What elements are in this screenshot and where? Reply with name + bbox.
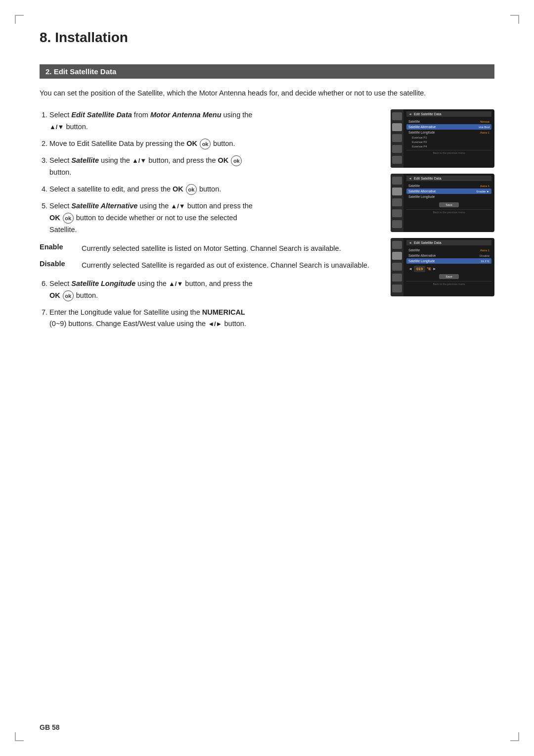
screen3-item-satellite: Satellite Astra 1 [406,247,491,253]
screen1-item-longitude: Satellite Longitude Astra 1 [406,130,491,135]
screen3-title: ◄ Edit Satellite Data [406,240,491,245]
screenshot-2: ◄ Edit Satellite Data Satellite Astra 1 … [391,174,494,232]
corner-tl [15,15,24,24]
intro-text: You can set the position of the Satellit… [40,88,494,98]
step6-arrows: ▲/▼ [169,280,183,287]
screen1-sub3: Eutelsat P4 [410,144,491,148]
step3-ok-icon: ok [231,155,242,166]
screen2-item-satellite: Satellite Astra 1 [406,183,491,189]
corner-bl [15,732,24,741]
step5-arrows: ▲/▼ [171,202,185,210]
back-arrow-icon: ◄ [408,112,412,116]
step3-ok: OK [218,156,229,164]
screen1-item-satellite: Satellite Nimsat [406,119,491,124]
content-area: Select Edit Satellite Data from Motor An… [40,109,494,335]
icon4 [392,274,402,282]
screen3-icons [391,238,403,296]
icon4 [392,145,402,153]
icon4 [392,209,402,217]
step6-ok: OK [49,291,60,299]
screen1-alt-label: Satellite Alternative [408,125,436,129]
icon2 [392,252,402,260]
corner-br [510,732,519,741]
screen3-sat-value: Astra 1 [480,249,490,252]
screenshots-col: ◄ Edit Satellite Data Satellite Nimsat S… [391,109,494,296]
screen1-sub1: Eutelsat P1 [410,135,491,140]
screen3-item-alternative: Satellite Alternative Disable [406,253,491,258]
icon5 [392,220,402,228]
screen3-item-longitude: Satellite Longitude 19.2°E [406,258,491,264]
screen1-sat-label: Satellite [408,120,420,123]
instructions-col: Select Edit Satellite Data from Motor An… [40,109,376,335]
icon1 [392,112,402,120]
step1-arrows: ▲/▼ [49,123,64,131]
page-title: 8. Installation [40,30,494,49]
screen1-sublist: Eutelsat P1 Eutelsat P2 Eutelsat P4 [410,135,491,148]
icon3 [392,134,402,142]
icon2 [392,188,402,195]
screen3-title-text: Edit Satellite Data [414,241,442,244]
screen3-alt-value: Disable [480,254,490,257]
screen1-lng-value: Astra 1 [480,131,490,134]
step3-term: Satellite [71,156,99,164]
screen3-footer: Back to the previous menu [406,281,491,285]
screen2-item-alternative: Satellite Alternative Enable ► [406,189,491,194]
step6-term: Satellite Longitude [71,280,135,287]
term-row-enable: Enable Currently selected satellite is l… [40,243,376,254]
icon5 [392,156,402,164]
screen2-sat-value: Astra 1 [480,185,490,188]
term-disable-desc: Currently selected Satellite is regarded… [82,260,376,271]
screen3-lng-val: 019 [414,266,425,272]
icon5 [392,284,402,292]
page-wrapper: 8. Installation 2. Edit Satellite Data Y… [0,0,534,756]
screenshot-3: ◄ Edit Satellite Data Satellite Astra 1 … [391,238,494,296]
back-arrow2-icon: ◄ [408,177,412,180]
step-5: Select Satellite Alternative using the ▲… [49,200,376,236]
back-arrow3-icon: ◄ [408,241,412,244]
step6-ok-icon: ok [63,290,74,301]
screen3-sat-label: Satellite [408,248,420,252]
step3-arrows: ▲/▼ [132,157,146,164]
screen3-save-btn: Save [439,274,459,279]
screen2-save-btn: Save [439,202,459,207]
term-enable-label: Enable [40,243,72,251]
screen2-title-text: Edit Satellite Data [414,177,442,180]
screen2-icons [391,174,403,232]
step4-ok: OK [173,185,183,193]
screen1-title: ◄ Edit Satellite Data [406,111,491,117]
screen2-alt-label: Satellite Alternative [408,189,436,193]
screen1-content: ◄ Edit Satellite Data Satellite Nimsat S… [403,109,494,168]
screen3-lng-unit: °E [427,267,431,271]
step5-term: Satellite Alternative [71,202,137,210]
term-disable-label: Disable [40,260,72,268]
step-7: Enter the Longitude value for Satellite … [49,307,376,331]
screen3-longitude-row: ◄ 019 °E ► [408,266,490,272]
subsection-header: 2. Edit Satellite Data [40,64,494,79]
screenshot-1: ◄ Edit Satellite Data Satellite Nimsat S… [391,109,494,168]
screen1-lng-label: Satellite Longitude [408,131,435,134]
screen3-lng-value: 19.2°E [481,260,490,263]
term-enable-desc: Currently selected satellite is listed o… [82,243,376,254]
icon1 [392,177,402,185]
screen2-item-longitude: Satellite Longitude [406,194,491,199]
screen2-sat-label: Satellite [408,184,420,188]
step2-ok-icon: ok [200,139,211,149]
screen2-title: ◄ Edit Satellite Data [406,176,491,181]
step-2: Move to Edit Satellite Data by pressing … [49,138,376,150]
steps-list: Select Edit Satellite Data from Motor An… [40,109,376,236]
screen2-alt-value: Enable ► [477,190,490,193]
screen1-sub2: Eutelsat P2 [410,140,491,144]
screen1-sat-value: Nimsat [480,120,490,123]
page-footer: GB 58 [40,723,59,731]
steps-list-2: Select Satellite Longitude using the ▲/▼… [40,278,376,331]
step-4: Select a satellite to edit, and press th… [49,184,376,195]
step5-ok: OK [49,214,60,222]
left-arrow-icon: ◄ [408,267,412,271]
screen1-alt-value: Hot Bird [479,126,490,129]
right-arrow-icon: ► [433,267,437,271]
icon2 [392,123,402,131]
step-1: Select Edit Satellite Data from Motor An… [49,109,376,133]
step5-ok-icon: ok [63,213,74,224]
screen1-footer: Back to the previous menu [406,150,491,154]
icon3 [392,263,402,271]
